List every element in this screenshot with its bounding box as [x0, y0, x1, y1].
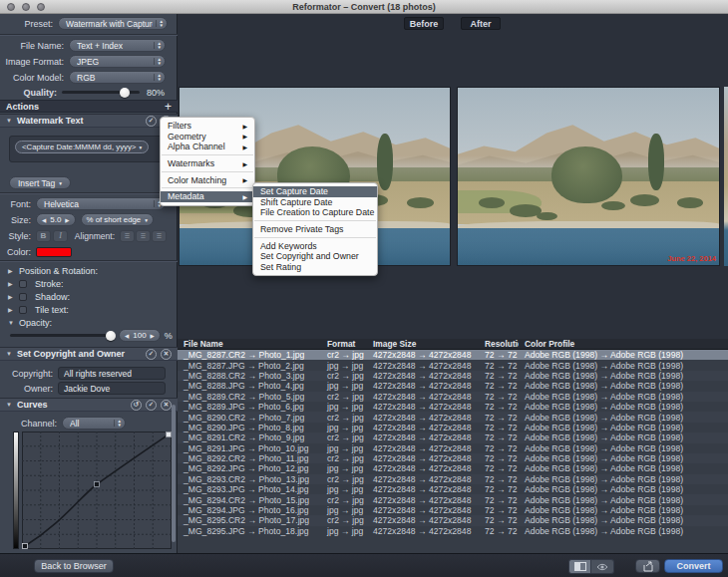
watermark-section-header[interactable]: ▼ Watermark Text ✓ ✕ — [0, 114, 178, 128]
color-model-dropdown[interactable]: RGB ▲▼ — [69, 71, 166, 84]
curves-editor[interactable] — [22, 432, 172, 549]
convert-button[interactable]: Convert — [664, 559, 723, 573]
opacity-stepper[interactable]: ◀ 100 ▶ — [119, 329, 161, 342]
font-dropdown[interactable]: Helvetica ▲▼ — [36, 197, 166, 210]
tile-text-checkbox[interactable] — [19, 306, 27, 314]
table-row[interactable]: _MG_8288.JPG → Photo_4.jpgjpg → jpg4272x… — [178, 381, 728, 391]
capture-date-tag[interactable]: <Capture Date:MMMM dd, yyyy> ▾ — [15, 141, 149, 153]
table-cell: 4272x2848 → 4272x2848 — [367, 433, 479, 442]
table-row[interactable]: _MG_8290.CR2 → Photo_7.jpgcr2 → jpg4272x… — [178, 412, 728, 422]
copyright-input[interactable] — [58, 367, 166, 380]
curve-handle[interactable] — [23, 544, 28, 549]
menu-item-metadata[interactable]: Metadata▶ — [161, 191, 254, 202]
menu-item-shift-capture-date[interactable]: Shift Capture Date — [253, 197, 377, 208]
quality-slider-knob[interactable] — [120, 88, 130, 98]
curve-handle[interactable] — [95, 482, 100, 487]
column-header-format[interactable]: Format — [321, 339, 367, 349]
table-row[interactable]: _MG_8291.JPG → Photo_10.jpgjpg → jpg4272… — [178, 443, 728, 453]
table-row[interactable]: _MG_8287.JPG → Photo_2.jpgjpg → jpg4272x… — [178, 360, 728, 370]
italic-button[interactable]: I — [53, 230, 68, 242]
align-right-button[interactable]: ☰ — [152, 230, 167, 242]
menu-item-filters[interactable]: Filters▶ — [161, 121, 254, 132]
preset-dropdown[interactable]: Watermark with Capture Date... ▲▼ — [58, 17, 168, 30]
remove-action-icon[interactable]: ✕ — [161, 349, 172, 360]
text-color-swatch[interactable] — [36, 247, 72, 257]
after-photo[interactable]: June 22, 2014 — [457, 87, 720, 266]
opacity-slider[interactable] — [10, 334, 113, 337]
curve-handle[interactable] — [167, 433, 172, 437]
bold-button[interactable]: B — [36, 230, 51, 242]
add-action-icon[interactable]: + — [165, 100, 172, 114]
menu-item-add-keywords[interactable]: Add Keywords — [253, 240, 377, 251]
menu-item-watermarks[interactable]: Watermarks▶ — [161, 158, 254, 169]
curves-section-header[interactable]: ▼ Curves ↺ ✓ ✕ — [0, 398, 178, 412]
disclosure-icon[interactable]: ▼ — [8, 320, 15, 326]
column-header-image-size[interactable]: Image Size — [367, 339, 479, 349]
table-row[interactable]: _MG_8291.CR2 → Photo_9.jpgcr2 → jpg4272x… — [178, 433, 728, 442]
opacity-slider-knob[interactable] — [106, 331, 116, 341]
share-button[interactable] — [635, 559, 660, 573]
tab-after[interactable]: After — [461, 17, 501, 30]
menu-item-file-creation-to-capture-date[interactable]: File Creation to Capture Date — [253, 207, 377, 218]
disclosure-icon[interactable]: ▼ — [6, 118, 13, 124]
menu-item-set-rating[interactable]: Set Rating — [253, 262, 377, 273]
align-center-button[interactable]: ☰ — [136, 230, 151, 242]
file-name-dropdown[interactable]: Text + Index ▲▼ — [69, 39, 166, 52]
align-left-button[interactable]: ☰ — [120, 230, 135, 242]
back-to-browser-button[interactable]: Back to Browser — [34, 559, 114, 573]
tab-before[interactable]: Before — [404, 17, 444, 30]
disclosure-icon[interactable]: ▶ — [8, 280, 15, 287]
watermark-text-field[interactable]: <Capture Date:MMMM dd, yyyy> ▾ — [9, 136, 169, 162]
enable-action-icon[interactable]: ✓ — [146, 116, 157, 127]
menu-item-set-capture-date[interactable]: Set Capture Date — [253, 186, 377, 197]
menu-item-remove-private-tags[interactable]: Remove Private Tags — [253, 224, 377, 235]
table-row[interactable]: _MG_8295.CR2 → Photo_17.jpgcr2 → jpg4272… — [178, 515, 728, 525]
table-row[interactable]: _MG_8289.CR2 → Photo_5.jpgcr2 → jpg4272x… — [178, 392, 728, 402]
enable-action-icon[interactable]: ✓ — [146, 400, 157, 411]
stroke-checkbox[interactable] — [19, 280, 27, 288]
table-row[interactable]: _MG_8294.JPG → Photo_16.jpgjpg → jpg4272… — [178, 505, 728, 515]
disclosure-icon[interactable]: ▶ — [8, 267, 15, 274]
table-row[interactable]: _MG_8289.JPG → Photo_6.jpgjpg → jpg4272x… — [178, 402, 728, 412]
zoom-window-icon[interactable] — [37, 3, 45, 11]
table-row[interactable]: _MG_8288.CR2 → Photo_3.jpgcr2 → jpg4272x… — [178, 371, 728, 381]
column-header-file-name[interactable]: File Name — [178, 339, 321, 349]
table-row[interactable]: _MG_8287.CR2 → Photo_1.jpgcr2 → jpg4272x… — [178, 350, 728, 360]
menu-item-geometry[interactable]: Geometry▶ — [161, 132, 254, 143]
preview-toggle-button[interactable] — [591, 559, 614, 574]
column-header-resolution[interactable]: Resolution — [479, 339, 519, 349]
table-row[interactable]: _MG_8295.JPG → Photo_18.jpgjpg → jpg4272… — [178, 526, 728, 536]
table-header[interactable]: File NameFormatImage SizeResolutionColor… — [178, 339, 728, 350]
split-view-button[interactable] — [568, 559, 591, 574]
menu-item-color-matching[interactable]: Color Matching▶ — [161, 174, 254, 185]
disclosure-icon[interactable]: ▶ — [8, 306, 15, 313]
disclosure-icon[interactable]: ▼ — [6, 402, 13, 408]
table-row[interactable]: _MG_8292.JPG → Photo_12.jpgjpg → jpg4272… — [178, 463, 728, 473]
enable-action-icon[interactable]: ✓ — [146, 349, 157, 360]
close-window-icon[interactable] — [7, 3, 15, 11]
table-row[interactable]: _MG_8290.JPG → Photo_8.jpgjpg → jpg4272x… — [178, 423, 728, 433]
sidebar-scrollbar[interactable] — [172, 405, 176, 542]
menu-item-alpha-channel[interactable]: Alpha Channel▶ — [161, 142, 254, 152]
table-row[interactable]: _MG_8292.CR2 → Photo_11.jpgcr2 → jpg4272… — [178, 453, 728, 463]
disclosure-icon[interactable]: ▼ — [6, 351, 13, 357]
copyright-section-header[interactable]: ▼ Set Copyright and Owner ✓ ✕ — [0, 347, 178, 361]
shadow-checkbox[interactable] — [19, 293, 27, 301]
disclosure-icon[interactable]: ▶ — [8, 293, 15, 300]
table-row[interactable]: _MG_8294.CR2 → Photo_15.jpgcr2 → jpg4272… — [178, 494, 728, 504]
owner-input[interactable] — [58, 382, 166, 395]
size-stepper[interactable]: ◀ 5.0 ▶ — [36, 213, 76, 226]
insert-tag-button[interactable]: Insert Tag ▾ — [9, 176, 71, 189]
table-row[interactable]: _MG_8293.CR2 → Photo_13.jpgcr2 → jpg4272… — [178, 474, 728, 484]
reset-curves-icon[interactable]: ↺ — [131, 400, 142, 411]
table-cell: Adobe RGB (1998) → Adobe RGB (1998) — [519, 453, 728, 463]
column-header-color-profile[interactable]: Color Profile — [519, 339, 728, 349]
menu-item-set-copyright-and-owner[interactable]: Set Copyright and Owner — [253, 251, 377, 262]
minimize-window-icon[interactable] — [22, 3, 30, 11]
image-format-dropdown[interactable]: JPEG ▲▼ — [69, 55, 166, 68]
size-unit-dropdown[interactable]: % of short edge ▾ — [81, 213, 154, 226]
remove-action-icon[interactable]: ✕ — [161, 400, 172, 411]
table-row[interactable]: _MG_8293.JPG → Photo_14.jpgjpg → jpg4272… — [178, 484, 728, 494]
quality-slider[interactable] — [62, 91, 140, 94]
channel-dropdown[interactable]: All ▲▼ — [62, 417, 126, 430]
